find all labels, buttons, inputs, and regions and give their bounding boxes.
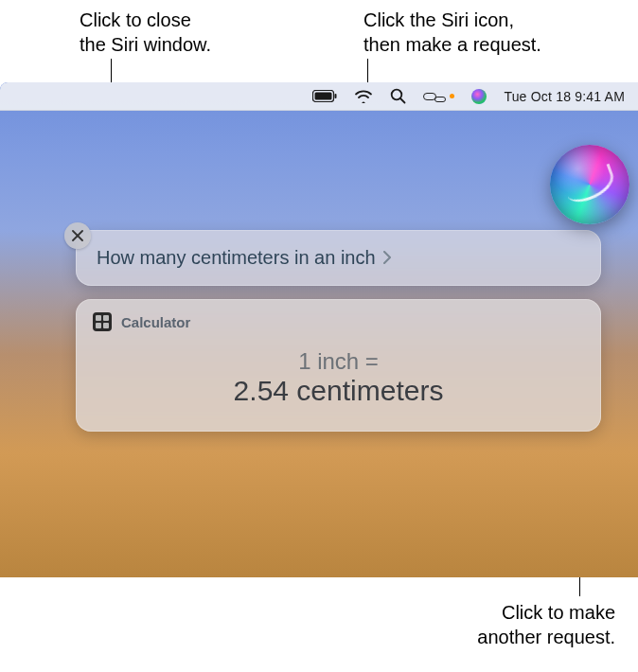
- result-source-label: Calculator: [121, 314, 190, 330]
- result-line-2: 2.54 centimeters: [93, 375, 584, 407]
- result-body: 1 inch = 2.54 centimeters: [93, 348, 584, 407]
- menubar-clock[interactable]: Tue Oct 18 9:41 AM: [504, 89, 625, 104]
- leader-line: [367, 59, 368, 84]
- desktop: Tue Oct 18 9:41 AM How many centimeters …: [0, 82, 638, 577]
- control-center-icon[interactable]: [423, 91, 454, 102]
- siri-menubar-icon[interactable]: [471, 89, 487, 104]
- siri-query-card: How many centimeters in an inch: [76, 230, 601, 286]
- siri-query-text: How many centimeters in an inch: [97, 247, 376, 269]
- svg-rect-2: [335, 94, 337, 98]
- result-source: Calculator: [93, 312, 584, 331]
- result-line-1: 1 inch =: [93, 348, 584, 375]
- siri-orb-button[interactable]: [550, 145, 629, 224]
- annotation-close: Click to closethe Siri window.: [80, 8, 288, 57]
- close-button[interactable]: [64, 222, 91, 249]
- annotation-siri-menubar: Click the Siri icon,then make a request.: [363, 8, 629, 57]
- close-icon: [72, 230, 83, 241]
- calculator-icon: [93, 312, 112, 331]
- menubar: Tue Oct 18 9:41 AM: [0, 82, 638, 111]
- wifi-icon[interactable]: [354, 89, 373, 103]
- chevron-right-icon: [383, 247, 392, 269]
- siri-query-row[interactable]: How many centimeters in an inch: [97, 247, 580, 269]
- indicator-dot-icon: [450, 94, 454, 98]
- annotation-orb: Click to makeanother request.: [360, 600, 615, 649]
- spotlight-icon[interactable]: [390, 88, 406, 104]
- svg-rect-1: [315, 93, 332, 100]
- siri-panel: How many centimeters in an inch Calculat…: [76, 173, 601, 432]
- siri-result-card: Calculator 1 inch = 2.54 centimeters: [76, 299, 601, 432]
- battery-icon[interactable]: [312, 90, 337, 102]
- svg-line-4: [400, 98, 405, 103]
